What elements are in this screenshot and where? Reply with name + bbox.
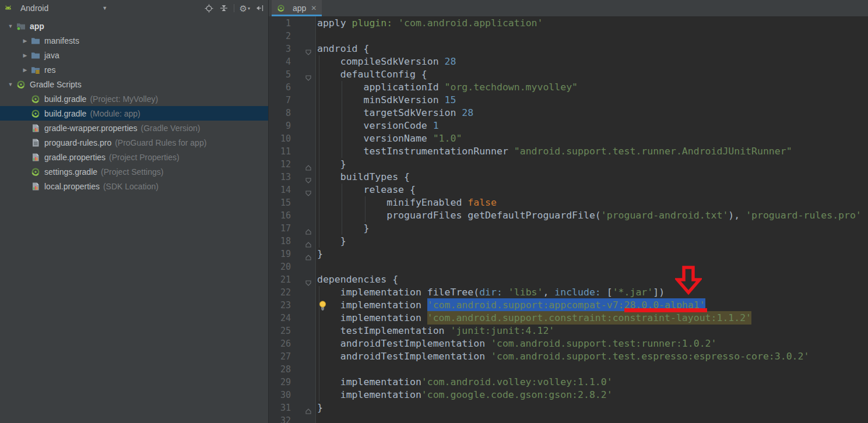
tree-item-gradle-properties[interactable]: gradle.properties(Project Properties) (0, 150, 268, 164)
settings-gear-icon[interactable]: ⚙▾ (240, 4, 250, 13)
line-number: 7 (269, 94, 291, 107)
code-line[interactable]: 3android { (269, 43, 868, 55)
tree-item-label: gradle.properties (44, 153, 106, 162)
code-line[interactable]: 22 implementation fileTree(dir: 'libs', … (269, 286, 868, 299)
code-line[interactable]: 21dependencies { (269, 273, 868, 286)
code-token: } (317, 157, 346, 171)
code-line[interactable]: 25 testImplementation 'junit:junit:4.12' (269, 325, 868, 337)
fold-open-icon[interactable] (305, 72, 311, 77)
code-line[interactable]: 27 androidTestImplementation 'com.androi… (269, 350, 868, 363)
collapse-all-icon[interactable] (219, 3, 229, 13)
code-line[interactable]: 17 } (269, 222, 868, 235)
tree-item-label: app (30, 22, 44, 31)
tree-item-label: gradle-wrapper.properties (44, 124, 138, 133)
chevron-collapsed-icon[interactable]: ▶ (19, 67, 31, 73)
code-text: } (316, 235, 346, 248)
code-line[interactable]: 23 implementation 'com.android.support:a… (269, 299, 868, 312)
tree-item-build-gradle[interactable]: build.gradle(Module: app) (0, 106, 268, 121)
code-token: testInstrumentationRunner (317, 144, 514, 158)
code-line[interactable]: 24 implementation 'com.android.support.c… (269, 312, 868, 325)
code-line[interactable]: 13 buildTypes { (269, 171, 868, 184)
code-line[interactable]: 8 targetSdkVersion 28 (269, 107, 868, 119)
code-line[interactable]: 6 applicationId "org.techdown.myvolley" (269, 81, 868, 94)
code-text: versionCode 1 (316, 119, 439, 132)
properties-icon (31, 153, 40, 162)
chevron-expanded-icon[interactable]: ▼ (5, 82, 16, 87)
tab-app[interactable]: app ✕ (272, 0, 322, 16)
code-line[interactable]: 5 defaultConfig { (269, 68, 868, 81)
tree-item-manifests[interactable]: ▶manifests (0, 33, 268, 48)
line-number: 9 (269, 119, 291, 132)
code-line[interactable]: 20 (269, 260, 868, 273)
chevron-down-icon[interactable]: ▼ (102, 5, 107, 11)
tree-item-label: java (44, 51, 59, 60)
code-line[interactable]: 15 minifyEnabled false (269, 196, 868, 209)
tree-item-settings-gradle[interactable]: settings.gradle(Project Settings) (0, 164, 268, 179)
code-text: testImplementation 'junit:junit:4.12' (316, 325, 554, 337)
line-number: 26 (269, 337, 291, 350)
code-line[interactable]: 10 versionName "1.0" (269, 132, 868, 145)
code-line[interactable]: 26 androidTestImplementation 'com.androi… (269, 337, 868, 350)
fold-gutter (291, 337, 316, 350)
code-line[interactable]: 19} (269, 248, 868, 260)
locate-icon[interactable] (205, 3, 214, 13)
tree-item-label: build.gradle (44, 109, 86, 118)
fold-close-icon[interactable] (305, 405, 311, 411)
fold-close-icon[interactable] (305, 225, 311, 231)
tree-item-app[interactable]: ▼app (0, 19, 268, 33)
code-token-usage: 'com.android.support.constraint:constrai… (427, 311, 751, 325)
close-icon[interactable]: ✕ (311, 4, 317, 12)
chevron-collapsed-icon[interactable]: ▶ (19, 38, 31, 44)
code-editor[interactable]: 1apply plugin: 'com.android.application'… (269, 16, 868, 423)
code-line[interactable]: 29 implementation'com.android.volley:vol… (269, 376, 868, 389)
android-logo-icon (3, 3, 13, 13)
code-line[interactable]: 28 (269, 363, 868, 376)
intention-bulb-icon[interactable] (318, 300, 328, 311)
tree-item-gradle-wrapper-properties[interactable]: gradle-wrapper.properties(Gradle Version… (0, 121, 268, 135)
tree-item-res[interactable]: ▶res (0, 62, 268, 77)
code-line[interactable]: 32 (269, 414, 868, 423)
fold-open-icon[interactable] (305, 277, 311, 283)
code-line[interactable]: 18 } (269, 235, 868, 248)
code-token: 'libs' (508, 285, 543, 299)
fold-open-icon[interactable] (305, 187, 311, 193)
code-line[interactable]: 2 (269, 30, 868, 43)
code-token: implementation (317, 388, 421, 401)
editor-tab-bar: app ✕ (269, 0, 868, 16)
hide-panel-icon[interactable] (255, 3, 265, 13)
fold-open-icon[interactable] (305, 46, 311, 52)
res-folder-icon (31, 65, 40, 75)
gradle-icon (31, 167, 40, 177)
text-file-icon (31, 138, 40, 147)
chevron-expanded-icon[interactable]: ▼ (5, 23, 16, 29)
fold-close-icon[interactable] (305, 251, 311, 257)
line-number: 16 (269, 209, 291, 222)
code-line[interactable]: 7 minSdkVersion 15 (269, 94, 868, 107)
code-line[interactable]: 12 } (269, 158, 868, 171)
tree-item-build-gradle[interactable]: build.gradle(Project: MyVolley) (0, 91, 268, 106)
code-token: 'com.android.support.test:runner:1.0.2' (491, 337, 716, 350)
code-line[interactable]: 14 release { (269, 184, 868, 196)
tree-item-gradle-scripts[interactable]: ▼Gradle Scripts (0, 77, 268, 91)
code-line[interactable]: 31} (269, 401, 868, 414)
chevron-collapsed-icon[interactable]: ▶ (19, 52, 31, 58)
tree-item-local-properties[interactable]: local.properties(SDK Location) (0, 179, 268, 193)
code-token: ), (728, 209, 746, 222)
code-token: 28 (445, 55, 456, 68)
code-line[interactable]: 1apply plugin: 'com.android.application' (269, 17, 868, 30)
tree-item-java[interactable]: ▶java (0, 48, 268, 62)
fold-close-icon[interactable] (305, 161, 311, 167)
code-token: false (468, 196, 497, 209)
tree-item-proguard-rules-pro[interactable]: proguard-rules.pro(ProGuard Rules for ap… (0, 135, 268, 150)
fold-gutter (291, 68, 316, 81)
code-line[interactable]: 16 proguardFiles getDefaultProguardFile(… (269, 209, 868, 222)
code-line[interactable]: 11 testInstrumentationRunner "android.su… (269, 145, 868, 158)
fold-close-icon[interactable] (305, 238, 311, 244)
fold-open-icon[interactable] (305, 174, 311, 180)
code-line[interactable]: 30 implementation'com.google.code.gson:g… (269, 389, 868, 401)
code-line[interactable]: 4 compileSdkVersion 28 (269, 55, 868, 68)
project-view-selector[interactable]: Android (20, 3, 48, 13)
fold-gutter (291, 414, 316, 423)
line-number: 13 (269, 171, 291, 184)
code-line[interactable]: 9 versionCode 1 (269, 119, 868, 132)
